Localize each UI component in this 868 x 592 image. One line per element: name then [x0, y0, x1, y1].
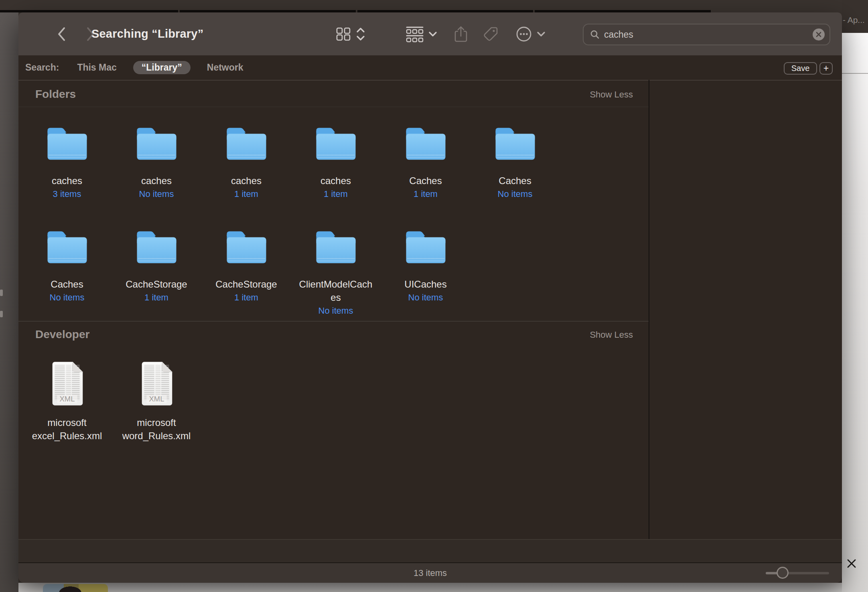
folder-icon	[43, 228, 91, 267]
folder-icon	[312, 228, 360, 267]
item-name: Caches	[499, 174, 531, 187]
background-left-window-strip	[0, 12, 18, 592]
save-search-button[interactable]: Save	[784, 62, 817, 75]
item-name: microsoft word_Rules.xml	[117, 416, 196, 442]
folder-item[interactable]: CacheStorage1 item	[112, 228, 201, 303]
folder-item[interactable]: UICachesNo items	[381, 228, 471, 303]
partially-visible-app-icon	[43, 584, 108, 592]
background-light-window	[842, 33, 868, 592]
item-count: 1 item	[144, 292, 168, 303]
folder-icon	[312, 124, 360, 164]
tags-button[interactable]	[483, 12, 499, 55]
preview-column-divider	[649, 80, 649, 539]
item-count: 3 items	[53, 189, 81, 199]
svg-text:XML: XML	[59, 395, 75, 403]
item-count: No items	[498, 189, 533, 199]
search-value[interactable]: caches	[604, 29, 813, 40]
xml-document-icon: XML	[49, 360, 86, 407]
folder-item[interactable]: caches3 items	[22, 124, 112, 199]
tag-icon	[483, 26, 499, 42]
finder-window: Searching “Library”	[18, 12, 842, 583]
item-count-label: 13 items	[18, 568, 842, 578]
chevron-left-icon	[57, 26, 66, 42]
item-name: microsoft excel_Rules.xml	[28, 416, 106, 442]
background-text-fragment	[0, 290, 3, 296]
icon-size-slider-knob[interactable]	[777, 567, 789, 579]
background-window-title-fragment: - Ap...	[843, 15, 868, 25]
section-header-developer: Developer	[35, 328, 89, 341]
item-name: Caches	[51, 278, 83, 291]
view-selector-chevrons[interactable]	[356, 12, 365, 55]
more-actions-button[interactable]	[516, 12, 532, 55]
close-icon[interactable]	[846, 558, 857, 569]
file-item[interactable]: XML microsoft word_Rules.xml	[112, 360, 201, 442]
item-name: CacheStorage	[126, 278, 187, 291]
status-bar: 13 items	[18, 562, 842, 583]
view-as-icons-button[interactable]	[336, 12, 351, 55]
folder-item[interactable]: caches1 item	[291, 124, 381, 199]
scope-option-2[interactable]: Network	[199, 61, 252, 74]
show-less-folders[interactable]: Show Less	[590, 89, 633, 100]
folder-icon	[133, 124, 180, 164]
folder-item[interactable]: Caches1 item	[381, 124, 471, 199]
folder-icon	[402, 228, 450, 267]
folder-icon	[491, 124, 539, 164]
grid-view-icon	[336, 27, 351, 41]
search-input[interactable]: caches	[583, 24, 830, 45]
folder-item[interactable]: CacheStorage1 item	[201, 228, 291, 303]
scope-option-1[interactable]: “Library”	[133, 61, 191, 74]
add-criteria-button[interactable]: +	[819, 62, 833, 75]
folder-icon	[402, 124, 450, 164]
item-count: No items	[318, 306, 353, 316]
scope-divider	[18, 80, 842, 81]
item-count: No items	[139, 189, 174, 199]
item-name: caches	[320, 174, 351, 187]
folder-icon	[223, 124, 270, 164]
chevron-up-down-icon	[356, 27, 365, 41]
share-icon	[454, 26, 468, 43]
folder-item[interactable]: CachesNo items	[22, 228, 112, 303]
background-light-window-divider	[842, 73, 868, 74]
scope-option-0[interactable]: This Mac	[69, 61, 125, 74]
group-by-icon	[406, 26, 424, 43]
item-name: UICaches	[404, 278, 446, 291]
folder-icon	[133, 228, 180, 267]
show-less-developer[interactable]: Show Less	[590, 330, 633, 340]
file-item[interactable]: XML microsoft excel_Rules.xml	[22, 360, 112, 442]
share-button[interactable]	[454, 12, 468, 55]
search-icon	[590, 30, 600, 39]
folder-item[interactable]: CachesNo items	[470, 124, 560, 199]
item-name: caches	[52, 174, 82, 187]
folder-item[interactable]: caches1 item	[201, 124, 291, 199]
item-count: 1 item	[414, 189, 438, 199]
ellipsis-circle-icon	[516, 26, 532, 42]
item-name: Caches	[409, 174, 442, 187]
svg-text:XML: XML	[149, 395, 164, 403]
xml-document-icon: XML	[138, 360, 175, 407]
chevron-down-icon	[537, 31, 546, 37]
more-actions-chevron[interactable]	[537, 12, 546, 55]
item-count: No items	[50, 292, 85, 303]
section-header-folders: Folders	[35, 88, 76, 101]
folders-header-underline	[18, 107, 649, 107]
item-count: 1 item	[234, 292, 258, 303]
folder-icon	[43, 124, 91, 164]
scope-label: Search:	[25, 62, 59, 73]
scrollbar-gutter	[18, 539, 842, 562]
item-name: ClientModelCaches	[296, 278, 375, 304]
window-title: Searching “Library”	[91, 12, 203, 55]
chevron-down-icon	[428, 31, 437, 37]
back-button[interactable]	[57, 12, 66, 55]
group-by-chevron[interactable]	[428, 12, 437, 55]
clear-search-button[interactable]	[813, 28, 825, 41]
item-name: caches	[231, 174, 262, 187]
group-by-button[interactable]	[406, 12, 424, 55]
developer-section-divider	[18, 321, 649, 322]
folder-item[interactable]: cachesNo items	[112, 124, 201, 199]
background-bottom-area	[18, 583, 842, 592]
folder-item[interactable]: ClientModelCachesNo items	[291, 228, 381, 316]
screen: - Ap... Searching “Library”	[0, 0, 868, 592]
icon-size-slider[interactable]	[766, 572, 829, 574]
item-name: CacheStorage	[215, 278, 277, 291]
item-count: 1 item	[324, 189, 348, 199]
